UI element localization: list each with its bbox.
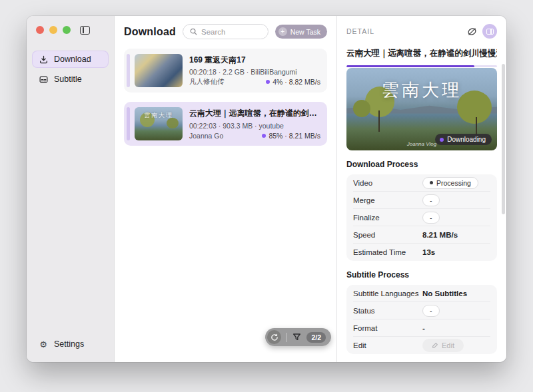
task-title: 169 重返天南17 (189, 55, 320, 66)
minimize-button[interactable] (49, 26, 57, 34)
row-label: Edit (353, 341, 422, 349)
finalize-status-pill: - (422, 212, 440, 224)
detail-video-title: 云南大理｜远离喧嚣，在静谧的剑川慢慢逛｜千... (346, 48, 497, 59)
search-input[interactable] (201, 28, 261, 36)
zoom-button[interactable] (63, 26, 71, 34)
row-subtitle-edit: Edit Edit (353, 337, 490, 354)
edit-subtitle-button[interactable]: Edit (422, 339, 464, 352)
row-merge: Merge - (353, 192, 490, 209)
task-accent-bar (127, 107, 130, 140)
detail-header: DETAIL (346, 24, 497, 39)
sidebar: Download Subtitle ⚙ Settings (27, 16, 115, 362)
task-author: Joanna Go (189, 132, 223, 140)
detail-panel-title: DETAIL (346, 27, 465, 35)
task-status: 85% · 8.21 MB/s (262, 132, 320, 140)
task-accent-bar (127, 54, 130, 87)
format-value: - (422, 324, 425, 332)
status-dot (266, 80, 270, 84)
sidebar-item-label: Download (54, 55, 91, 64)
row-subtitle-status: Status - (353, 302, 490, 319)
pill-label: - (430, 214, 432, 222)
sidebar-item-download[interactable]: Download (32, 51, 109, 68)
row-label: Status (353, 307, 422, 315)
row-speed: Speed 8.21 MB/s (353, 226, 490, 244)
traffic-lights (36, 25, 71, 35)
task-row-1[interactable]: 169 重返天南17 00:20:18 · 2.2 GB · BiliBiliB… (124, 49, 327, 93)
pill-label: - (430, 307, 432, 315)
new-task-button[interactable]: + New Task (275, 25, 327, 39)
sidebar-item-settings[interactable]: ⚙ Settings (32, 335, 91, 353)
row-label: Estimated Time (353, 248, 422, 256)
main-header: Download + New Task (115, 16, 336, 45)
merge-status-pill: - (422, 194, 440, 206)
thumbnail-overlay-text: 雲南大理 (135, 111, 183, 120)
row-label: Merge (353, 196, 422, 204)
row-estimated-time: Estimated Time 13s (353, 244, 490, 261)
languages-value: No Subtitles (422, 290, 467, 297)
search-field[interactable] (183, 24, 268, 39)
task-meta: 00:20:18 · 2.2 GB · BiliBiliBangumi (189, 68, 320, 76)
subtitle-status-pill: - (422, 305, 440, 317)
list-toolbar: 2/2 (265, 328, 331, 346)
filter-icon[interactable] (292, 333, 301, 341)
app-window: Download Subtitle ⚙ Settings Download (27, 16, 506, 362)
download-progress-fill (346, 65, 474, 67)
refresh-button[interactable] (267, 330, 281, 344)
row-label: Format (353, 324, 422, 332)
subtitle-process-heading: Subtitle Process (346, 270, 497, 280)
plus-icon: + (278, 27, 287, 36)
task-thumbnail (135, 54, 183, 87)
row-label: Video (353, 179, 422, 187)
link-icon[interactable] (465, 25, 478, 38)
video-status-pill: Processing (422, 177, 478, 189)
toggle-detail-panel-button[interactable] (482, 24, 497, 39)
toolbar-divider (286, 333, 287, 342)
pencil-icon (432, 342, 438, 349)
row-label: Speed (353, 231, 422, 239)
settings-label: Settings (54, 339, 84, 349)
pill-label: Processing (436, 179, 471, 187)
edit-button-label: Edit (442, 341, 454, 349)
speed-value: 8.21 MB/s (422, 231, 458, 239)
download-process-card: Video Processing Merge - Finalize - Spe (346, 174, 497, 261)
status-dot (262, 134, 266, 138)
row-label: Subtitle Languages (353, 290, 422, 297)
task-meta: 00:22:03 · 903.3 MB · youtube (189, 122, 320, 130)
sidebar-toggle-icon[interactable] (80, 26, 90, 35)
download-process-heading: Download Process (346, 160, 497, 169)
task-author: 凡人修仙传 (189, 77, 225, 87)
row-finalize: Finalize - (353, 209, 490, 226)
task-list: 169 重返天南17 00:20:18 · 2.2 GB · BiliBiliB… (115, 45, 336, 150)
main-panel: Download + New Task 169 重返天南17 (115, 16, 336, 362)
badge-dot (440, 138, 444, 142)
sidebar-item-label: Subtitle (54, 75, 82, 84)
detail-panel: DETAIL 云南大理｜远离喧嚣，在静谧的剑川慢慢逛｜千... 雲南大理 (336, 16, 506, 362)
new-task-label: New Task (290, 28, 320, 36)
detail-thumbnail: 雲南大理 Joanna Vlog Downloading (346, 68, 497, 150)
download-progress-bar (346, 65, 497, 67)
thumbnail-overlay-title: 雲南大理 (346, 79, 497, 102)
row-subtitle-format: Format - (353, 319, 490, 337)
subtitle-icon (39, 75, 48, 84)
subtitle-process-card: Subtitle Languages No Subtitles Status -… (346, 285, 497, 354)
task-count-badge: 2/2 (306, 332, 326, 343)
row-label: Finalize (353, 214, 422, 222)
download-icon (39, 55, 48, 64)
sidebar-item-subtitle[interactable]: Subtitle (32, 71, 109, 88)
task-row-2[interactable]: 雲南大理 云南大理｜远离喧嚣，在静谧的剑川慢慢... 00:22:03 · 90… (124, 102, 327, 146)
task-title: 云南大理｜远离喧嚣，在静谧的剑川慢慢... (189, 108, 320, 119)
panel-icon (486, 29, 494, 35)
row-subtitle-languages: Subtitle Languages No Subtitles (353, 285, 490, 302)
eta-value: 13s (422, 248, 435, 256)
task-body: 169 重返天南17 00:20:18 · 2.2 GB · BiliBiliB… (189, 54, 320, 87)
gear-icon: ⚙ (39, 339, 48, 349)
close-button[interactable] (36, 26, 44, 34)
task-body: 云南大理｜远离喧嚣，在静谧的剑川慢慢... 00:22:03 · 903.3 M… (189, 107, 320, 140)
badge-label: Downloading (447, 136, 486, 143)
page-title: Download (124, 26, 176, 38)
task-bottom: 凡人修仙传 4% · 8.82 MB/s (189, 77, 320, 87)
row-video: Video Processing (353, 174, 490, 192)
task-status-text: 4% · 8.82 MB/s (272, 78, 320, 86)
detail-scrollbar[interactable] (502, 64, 505, 214)
task-status: 4% · 8.82 MB/s (266, 78, 320, 86)
